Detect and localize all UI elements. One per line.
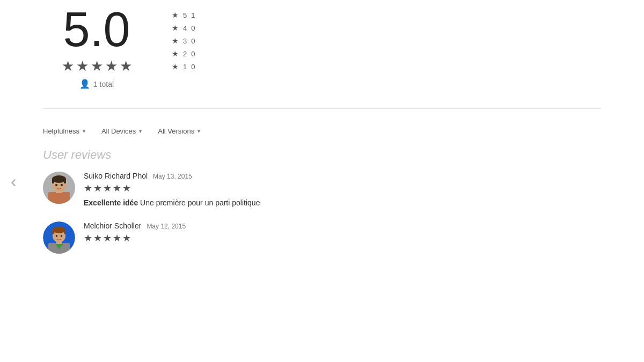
rating-row-5: ★ 5 1 — [172, 11, 195, 19]
rating-row-4: ★ 4 0 — [172, 24, 195, 32]
count-2: 2 — [183, 50, 187, 58]
filters-row: Helpfulness ▾ All Devices ▾ All Versions… — [43, 117, 601, 143]
svg-rect-1 — [48, 192, 70, 204]
all-versions-filter[interactable]: All Versions ▾ — [158, 125, 200, 137]
review-star-1-4: ★ — [113, 182, 121, 194]
page-container: 5.0 ★ ★ ★ ★ ★ 👤 1 total ★ 5 1 ★ 4 — [0, 0, 644, 254]
review-star-1-5: ★ — [122, 182, 131, 194]
count-1: 1 — [183, 63, 187, 71]
review-star-2-5: ★ — [122, 232, 131, 244]
svg-point-14 — [53, 227, 65, 233]
all-devices-filter[interactable]: All Devices ▾ — [101, 125, 142, 137]
svg-rect-15 — [53, 230, 54, 234]
all-devices-chevron-icon: ▾ — [139, 128, 142, 134]
review-text-1: Excellente idée Une première pour un par… — [84, 197, 601, 209]
overall-stars: ★ ★ ★ ★ ★ — [62, 58, 132, 75]
review-text-bold-1: Excellente idée — [84, 198, 138, 207]
value-4: 0 — [191, 24, 195, 32]
rating-row-1: ★ 1 0 — [172, 62, 195, 71]
review-content-2: Melchior Scholler May 12, 2015 ★ ★ ★ ★ ★ — [84, 221, 601, 254]
star-3: ★ — [91, 58, 103, 75]
svg-rect-16 — [64, 230, 65, 234]
review-header-1: Suiko Richard Phol May 13, 2015 — [84, 172, 601, 180]
review-star-2-3: ★ — [103, 232, 112, 244]
rating-left: 5.0 ★ ★ ★ ★ ★ 👤 1 total — [43, 5, 150, 89]
review-item-2: Melchior Scholler May 12, 2015 ★ ★ ★ ★ ★ — [43, 221, 601, 254]
mini-star-3: ★ — [172, 36, 179, 45]
svg-rect-6 — [64, 179, 66, 183]
value-2: 0 — [191, 50, 195, 58]
review-star-1-3: ★ — [103, 182, 112, 194]
value-3: 0 — [191, 37, 195, 45]
svg-rect-5 — [52, 179, 54, 183]
all-versions-label: All Versions — [158, 127, 194, 135]
big-score: 5.0 — [63, 5, 130, 54]
star-2: ★ — [76, 58, 89, 75]
review-date-1: May 13, 2015 — [153, 173, 192, 180]
user-reviews-heading: User reviews — [43, 148, 601, 162]
count-5: 5 — [183, 11, 187, 19]
star-1: ★ — [62, 58, 74, 75]
helpfulness-filter[interactable]: Helpfulness ▾ — [43, 125, 85, 137]
star-5: ★ — [120, 58, 132, 75]
review-star-2-4: ★ — [113, 232, 121, 244]
count-4: 4 — [183, 24, 187, 32]
total-label: 👤 1 total — [79, 79, 114, 89]
avatar-2 — [43, 221, 75, 254]
rating-section: 5.0 ★ ★ ★ ★ ★ 👤 1 total ★ 5 1 ★ 4 — [43, 5, 601, 100]
reviewer-name-2: Melchior Scholler — [84, 221, 141, 230]
review-star-2-2: ★ — [93, 232, 102, 244]
avatar-1 — [43, 172, 75, 204]
value-1: 0 — [191, 63, 195, 71]
star-4: ★ — [105, 58, 118, 75]
mini-star-2: ★ — [172, 49, 179, 58]
all-devices-label: All Devices — [101, 127, 136, 135]
person-icon: 👤 — [79, 79, 90, 89]
count-3: 3 — [183, 37, 187, 45]
rating-row-3: ★ 3 0 — [172, 36, 195, 45]
value-5: 1 — [191, 11, 195, 19]
back-arrow-button[interactable]: ‹ — [11, 171, 17, 191]
mini-star-5: ★ — [172, 11, 179, 19]
review-item-1: Suiko Richard Phol May 13, 2015 ★ ★ ★ ★ … — [43, 172, 601, 209]
helpfulness-chevron-icon: ▾ — [83, 128, 85, 134]
svg-point-8 — [61, 184, 63, 186]
all-versions-chevron-icon: ▾ — [197, 128, 200, 134]
review-star-1-1: ★ — [84, 182, 92, 194]
mini-star-1: ★ — [172, 62, 179, 71]
review-text-normal-1: Une première pour un parti politique — [138, 198, 260, 207]
svg-point-18 — [61, 235, 63, 237]
review-content-1: Suiko Richard Phol May 13, 2015 ★ ★ ★ ★ … — [84, 172, 601, 209]
section-divider — [43, 108, 601, 109]
review-date-2: May 12, 2015 — [147, 223, 186, 230]
review-star-2-1: ★ — [84, 232, 92, 244]
rating-bars: ★ 5 1 ★ 4 0 ★ 3 0 ★ 2 0 ★ 1 0 — [172, 5, 195, 71]
helpfulness-label: Helpfulness — [43, 127, 79, 135]
reviewer-name-1: Suiko Richard Phol — [84, 172, 148, 180]
review-stars-1: ★ ★ ★ ★ ★ — [84, 182, 601, 194]
rating-row-2: ★ 2 0 — [172, 49, 195, 58]
svg-point-7 — [55, 184, 57, 186]
review-star-1-2: ★ — [93, 182, 102, 194]
review-header-2: Melchior Scholler May 12, 2015 — [84, 221, 601, 230]
total-count: 1 total — [93, 80, 114, 88]
svg-point-17 — [56, 235, 58, 237]
review-stars-2: ★ ★ ★ ★ ★ — [84, 232, 601, 244]
mini-star-4: ★ — [172, 24, 179, 32]
